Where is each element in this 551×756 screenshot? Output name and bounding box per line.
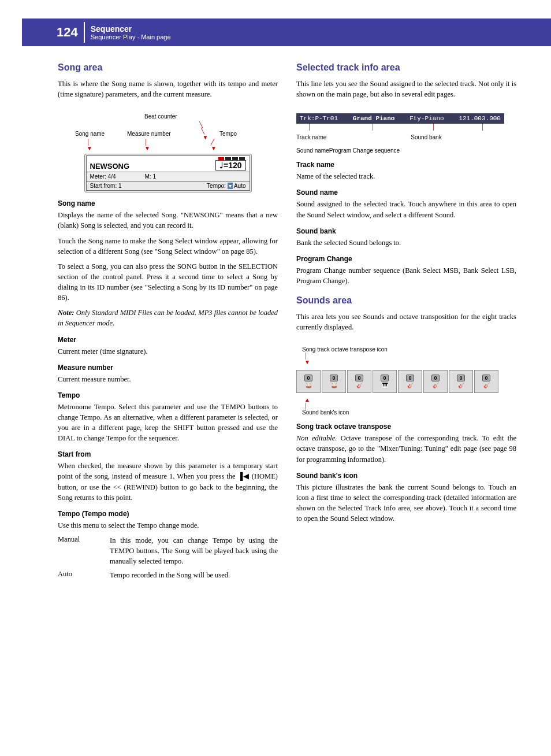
- heading-sound-bank: Sound bank: [296, 227, 516, 235]
- label-sound-name: Sound name: [296, 147, 329, 154]
- dropdown-icon: ▾: [228, 183, 233, 189]
- song-name-display: NEWSONG: [90, 162, 130, 171]
- label-song-name: Song name: [75, 131, 105, 137]
- manual-term: Manual: [58, 535, 110, 566]
- label-octave-transpose: Song track octave transpose icon: [302, 346, 516, 353]
- tempo-mode-list: Manual In this mode, you can change Temp…: [58, 535, 278, 581]
- manual-def: In this mode, you can change Tempo by us…: [110, 535, 278, 566]
- drum-icon: 🥁: [306, 383, 312, 388]
- track-name-p: Name of the selected track.: [296, 171, 516, 181]
- measure-display: M: 1: [145, 173, 156, 180]
- arrow-icon: │▼: [87, 139, 92, 151]
- track-sound-name: Grand Piano: [353, 115, 395, 122]
- song-area-figure: Beat counter Song name Measure number Te…: [58, 113, 278, 192]
- track-program-change: 121.003.000: [459, 115, 501, 122]
- track-icon: 0🥁: [296, 370, 321, 393]
- label-measure-number: Measure number: [127, 131, 171, 137]
- arrow-icon: │▼: [144, 139, 150, 151]
- left-column: Song area This is where the Song name is…: [58, 62, 278, 584]
- heading-program-change: Program Change: [296, 255, 516, 263]
- heading-sound-name: Sound name: [296, 188, 516, 197]
- track-icon: 0🎸: [474, 370, 498, 393]
- auto-def: Tempo recorded in the Song will be used.: [110, 570, 278, 580]
- heading-octave-transpose: Song track octave transpose: [296, 423, 516, 431]
- heading-song-area: Song area: [58, 62, 278, 73]
- piano-icon: 🎹: [382, 383, 388, 388]
- sound-bank-p: Bank the selected Sound belongs to.: [296, 238, 516, 248]
- sound-name-p: Sound assigned to the selected track. To…: [296, 199, 516, 220]
- meter-display: Meter: 4/4: [90, 173, 116, 180]
- song-name-p3: To select a Song, you can also press the…: [58, 261, 278, 303]
- right-column: Selected track info area This line lets …: [296, 62, 516, 584]
- page-header: 124 Sequencer Sequencer Play - Main page: [22, 18, 551, 46]
- track-icon: 0🎹: [373, 370, 397, 393]
- drum-icon: 🥁: [331, 383, 337, 388]
- program-change-p: Program Change number sequence (Bank Sel…: [296, 265, 516, 286]
- selected-intro: This line lets you see the Sound assigne…: [296, 79, 516, 99]
- heading-tempo-mode: Tempo (Tempo mode): [58, 510, 278, 518]
- octave-badge: 0: [482, 375, 490, 381]
- auto-term: Auto: [58, 570, 110, 580]
- song-name-p2: Touch the Song name to make the Song Sel…: [58, 236, 278, 257]
- page-number: 124: [57, 25, 78, 40]
- arrow-icon: ▲│: [304, 396, 310, 409]
- heading-tempo: Tempo: [58, 391, 278, 399]
- divider: [84, 22, 85, 43]
- track-info-figure: Trk:P-Tr01 Grand Piano Fty-Piano 121.003…: [296, 113, 516, 154]
- octave-badge: 0: [355, 375, 363, 381]
- heading-start-from: Start from: [58, 450, 278, 458]
- label-beat-counter: Beat counter: [144, 113, 177, 120]
- label-program-change: Program Change sequence: [329, 147, 400, 154]
- track-icon: 0🎸: [423, 370, 448, 393]
- heading-measure-number: Measure number: [58, 364, 278, 372]
- track-info-bar: Trk:P-Tr01 Grand Piano Fty-Piano 121.003…: [296, 113, 504, 124]
- sound-bank-icon-p: This picture illustrates the bank the cu…: [296, 482, 516, 524]
- song-name-note: Note: Only Standard MIDI Files can be lo…: [58, 307, 278, 328]
- song-name-p1: Displays the name of the selected Song. …: [58, 210, 278, 231]
- octave-transpose-p: Non editable. Octave transpose of the co…: [296, 433, 516, 464]
- header-subtitle: Sequencer Play - Main page: [91, 34, 171, 40]
- start-from-p: When checked, the measure shown by this …: [58, 461, 278, 503]
- header-title: Sequencer: [91, 24, 171, 34]
- sounds-intro: This area lets you see Sounds and octave…: [296, 312, 516, 332]
- label-tempo: Tempo: [219, 131, 237, 137]
- measure-p: Current measure number.: [58, 374, 278, 384]
- heading-song-name: Song name: [58, 199, 278, 207]
- tempo-mode-value: Auto: [234, 183, 246, 189]
- guitar-icon: 🎸: [458, 383, 464, 388]
- meter-p: Current meter (time signature).: [58, 346, 278, 357]
- track-icon: 0🎸: [449, 370, 473, 393]
- heading-sound-bank-icon: Sound bank's icon: [296, 472, 516, 480]
- octave-badge: 0: [406, 375, 414, 381]
- label-sound-bank: Sound bank: [400, 134, 452, 140]
- octave-badge: 0: [431, 375, 439, 381]
- sounds-area-figure: Song track octave transpose icon │▼ 0🥁 0…: [296, 346, 516, 416]
- heading-meter: Meter: [58, 336, 278, 344]
- bass-icon: 🎸: [356, 383, 363, 388]
- tempo-mode-intro: Use this menu to select the Tempo change…: [58, 520, 278, 531]
- song-area-intro: This is where the Song name is shown, to…: [58, 79, 278, 99]
- guitar-icon: 🎸: [407, 383, 414, 388]
- tempo-display: ♩=120: [215, 160, 246, 171]
- track-icon: 0🎸: [347, 370, 371, 393]
- label-track-name: Track name: [296, 134, 348, 140]
- tempo-p: Metronome Tempo. Select this parameter a…: [58, 402, 278, 444]
- arrow-icon: ╲ ╲ ▼: [199, 121, 208, 140]
- guitar-icon: 🎸: [433, 383, 439, 388]
- heading-sounds-area: Sounds area: [296, 295, 516, 306]
- start-from-display: Start from: 1: [90, 183, 122, 189]
- arrow-icon: │: [432, 124, 435, 130]
- heading-track-name: Track name: [296, 161, 516, 169]
- label-sound-bank-icon: Sound bank's icon: [302, 409, 516, 416]
- arrow-icon: │: [308, 124, 311, 130]
- arrow-icon: │: [371, 124, 375, 130]
- octave-badge: 0: [330, 375, 337, 381]
- tempo-label: Tempo:: [207, 183, 226, 189]
- heading-selected-track-info: Selected track info area: [296, 62, 516, 73]
- octave-badge: 0: [381, 375, 388, 381]
- arrow-icon: │: [481, 124, 485, 130]
- track-icon: 0🎸: [398, 370, 422, 393]
- home-icon: ▐◀: [237, 472, 249, 480]
- arrow-icon: │▼: [304, 353, 310, 365]
- track-id: Trk:P-Tr01: [300, 115, 338, 122]
